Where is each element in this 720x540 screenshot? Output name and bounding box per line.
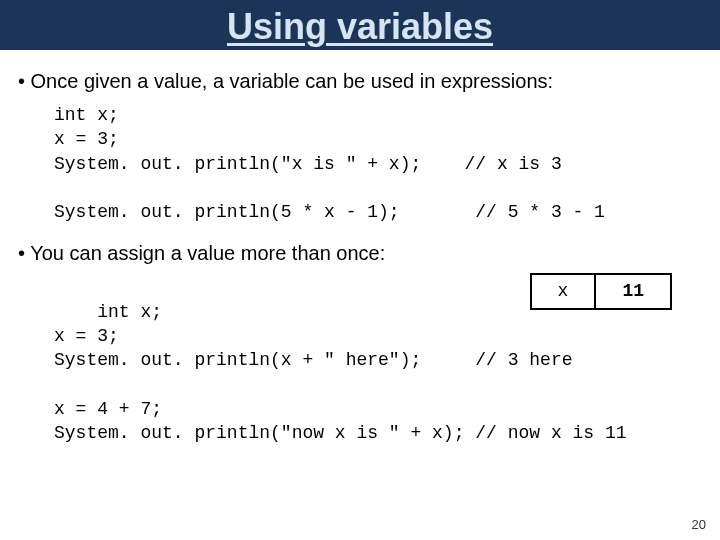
code-comment: // 3 here <box>475 350 572 370</box>
page-number: 20 <box>692 517 706 532</box>
code-line: x = 3; <box>54 129 119 149</box>
code-line: int x; <box>54 105 119 125</box>
code-line: System. out. println("x is " + x); <box>54 154 421 174</box>
code-line: System. out. println(x + " here"); <box>54 350 421 370</box>
var-value: 11 <box>594 275 670 307</box>
code-line: x = 3; <box>54 326 119 346</box>
slide-content: • Once given a value, a variable can be … <box>0 50 720 446</box>
code-comment: // 5 * 3 - 1 <box>475 202 605 222</box>
code-line: System. out. println("now x is " + x); <box>54 423 464 443</box>
var-name: x <box>532 275 595 307</box>
title-band: Using variables <box>0 0 720 50</box>
bullet-2: • You can assign a value more than once: <box>18 242 702 265</box>
code-block-2: x 11 int x; x = 3; System. out. println(… <box>54 275 702 445</box>
code-line: System. out. println(5 * x - 1); <box>54 202 400 222</box>
code-comment: // now x is 11 <box>475 423 626 443</box>
variable-box: x 11 <box>530 273 672 309</box>
bullet-1: • Once given a value, a variable can be … <box>18 70 702 93</box>
code-line: x = 4 + 7; <box>54 399 162 419</box>
code-block-1: int x; x = 3; System. out. println("x is… <box>54 103 702 224</box>
slide-title: Using variables <box>227 6 493 47</box>
code-comment: // x is 3 <box>464 154 561 174</box>
code-line: int x; <box>97 302 162 322</box>
